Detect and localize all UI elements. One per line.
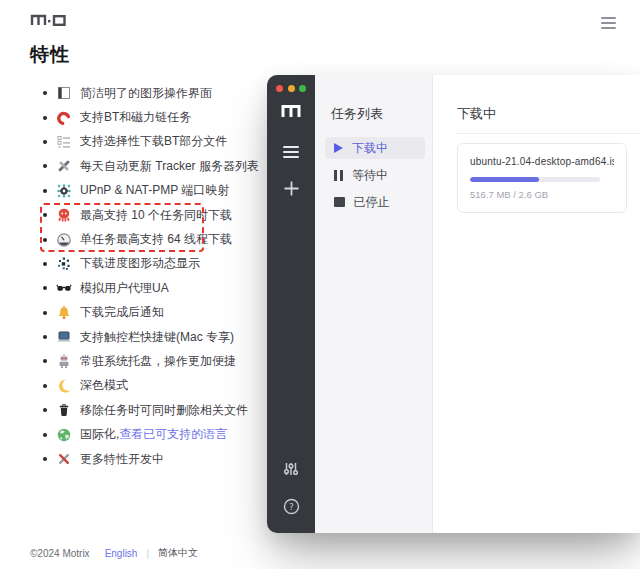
feature-item: 模拟用户代理UA [30,276,270,300]
feature-label: 更多特性开发中 [80,451,164,468]
task-list-toggle-icon [283,146,299,161]
features-section: 特性 简洁明了的图形操作界面 支持BT和磁力链任务 支持选择性下载BT部分文件 … [30,42,270,471]
feature-item: 简洁明了的图形操作界面 [30,81,270,105]
menu-button hamburger-icon[interactable] [601,17,616,33]
motrix-wordmark-icon [30,12,68,28]
zoom-window-icon [299,85,306,92]
bullet [43,335,47,339]
laptop-icon [55,329,72,346]
bullet [43,359,47,363]
bullet [43,116,47,120]
globe-icon [55,426,72,443]
filter-label: 下载中 [352,140,388,157]
help-icon: ? [283,498,300,519]
brand-logo[interactable] [30,12,68,32]
robot-icon [55,353,72,370]
feature-label: 单任务最高支持 64 线程下载 [80,231,232,248]
main-title: 下载中 [457,105,640,123]
panel-title: 任务列表 [331,105,432,123]
feature-label: 支持触控栏快捷键(Mac 专享) [80,329,234,346]
footer: ©2024 Motrix English | 简体中文 [30,546,198,560]
feature-label: 移除任务时可同时删除相关文件 [80,402,248,419]
satellite-icon [55,158,72,175]
bell-icon [55,304,72,321]
download-task-card: ubuntu-21.04-desktop-amd64.iso 516.7 MB … [457,143,627,213]
feature-label: 模拟用户代理UA [80,280,169,297]
feature-item-highlighted: 最高支持 10 个任务同时下载 [30,203,270,227]
feature-item: 常驻系统托盘，操作更加便捷 [30,349,270,373]
checklist-icon [55,133,72,150]
feature-label: 简洁明了的图形操作界面 [80,85,212,102]
bullet [43,311,47,315]
window-traffic-lights [267,85,306,92]
task-size-text: 516.7 MB / 2.6 GB [470,189,614,200]
feature-label: 支持BT和磁力链任务 [80,109,191,126]
bullet [43,433,47,437]
octopus-icon [55,207,72,224]
progress-fill [470,177,539,182]
tools-icon [55,451,72,468]
supported-languages-link[interactable]: 查看已可支持的语言 [119,426,227,443]
feature-item: 移除任务时可同时删除相关文件 [30,398,270,422]
bullet [43,91,47,95]
downloads-main-area: 下载中 ubuntu-21.04-desktop-amd64.iso 516.7… [432,75,640,533]
bullet [43,384,47,388]
add-task-icon [283,180,300,201]
feature-list: 简洁明了的图形操作界面 支持BT和磁力链任务 支持选择性下载BT部分文件 每天自… [30,81,270,471]
preferences-sliders-icon [283,461,299,481]
minimize-window-icon [288,85,295,92]
page-title: 特性 [30,42,270,68]
header-divider [457,133,640,134]
motrix-logo-icon [280,103,302,122]
feature-item: UPnP & NAT-PMP 端口映射 [30,179,270,203]
gauge-icon [55,231,72,248]
bullet [43,286,47,290]
feature-label: 每天自动更新 Tracker 服务器列表 [80,158,259,175]
progress-graph-icon [55,255,72,272]
app-screenshot-window: ? 任务列表 下载中 等待中 已停止 下载中 ubuntu-21.04-desk… [267,75,640,533]
close-window-icon [276,85,283,92]
feature-item: 国际化, 查看已可支持的语言 [30,422,270,446]
language-link-english[interactable]: English [105,548,138,559]
feature-item-highlighted: 单任务最高支持 64 线程下载 [30,227,270,251]
feature-item: 更多特性开发中 [30,447,270,471]
bullet [43,189,47,193]
bullet [43,213,47,217]
filter-stopped: 已停止 [325,191,425,213]
feature-label: 最高支持 10 个任务同时下载 [80,207,232,224]
sunglasses-icon [55,280,72,297]
feature-label: 支持选择性下载BT部分文件 [80,133,227,150]
feature-item: 下载进度图形动态显示 [30,252,270,276]
language-separator: | [146,548,149,559]
task-filename: ubuntu-21.04-desktop-amd64.iso [470,156,614,167]
feature-item: 深色模式 [30,374,270,398]
bullet [43,408,47,412]
bullet [43,238,47,242]
task-list-panel: 任务列表 下载中 等待中 已停止 [315,75,432,533]
feature-item: 下载完成后通知 [30,301,270,325]
copyright-text: ©2024 Motrix [30,548,90,559]
feature-label: 下载完成后通知 [80,304,164,321]
play-icon [334,143,343,153]
feature-label: UPnP & NAT-PMP 端口映射 [80,182,229,199]
interface-window-icon [55,85,72,102]
feature-label: 常驻系统托盘，操作更加便捷 [80,353,236,370]
bullet [43,457,47,461]
feature-label: 深色模式 [80,377,128,394]
magnet-icon [55,109,72,126]
progress-bar [470,177,600,182]
pause-icon [334,170,343,181]
filter-downloading: 下载中 [325,137,425,159]
stop-icon [334,197,345,208]
filter-label: 已停止 [354,194,390,211]
filter-label: 等待中 [352,167,388,184]
app-sidebar: ? [267,75,315,533]
feature-item: 每天自动更新 Tracker 服务器列表 [30,154,270,178]
feature-item: 支持BT和磁力链任务 [30,105,270,129]
bullet [43,164,47,168]
trash-icon [55,402,72,419]
svg-text:?: ? [289,502,294,512]
feature-item: 支持触控栏快捷键(Mac 专享) [30,325,270,349]
feature-label: 国际化, [80,426,119,443]
language-link-chinese[interactable]: 简体中文 [158,546,198,560]
